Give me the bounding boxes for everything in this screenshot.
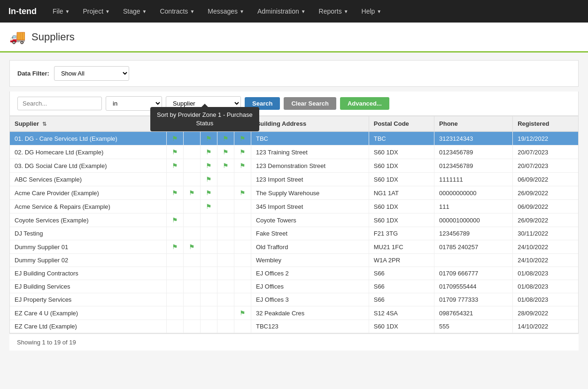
flag-icon: ⚑ [240,309,246,317]
search-input[interactable] [17,97,102,110]
cell-p3 [217,227,234,240]
cell-registered: 26/09/2022 [513,214,578,227]
nav-stage[interactable]: Stage ▼ [117,5,153,18]
table-row[interactable]: ABC Services (Example) ⚑ 123 Import Stre… [10,173,578,186]
table-row[interactable]: Dummy Supplier 01 ⚑ ⚑ Old Trafford MU21 … [10,240,578,254]
cell-postal-code: W1A 2PR [369,254,434,267]
col-p2[interactable]: P [200,116,217,131]
cell-p4 [234,280,251,293]
cell-postal-code: S60 1DX [369,320,434,333]
cell-p1 [183,227,200,240]
col-phone[interactable]: Phone [434,116,513,131]
col-building-address[interactable]: Building Address [251,116,369,131]
filter-label: Data Filter: [17,70,49,77]
table-row[interactable]: Acme Care Provider (Example) ⚑ ⚑ ⚑ ⚑ The… [10,186,578,200]
cell-p2: ⚑ [200,173,217,186]
nav-reports[interactable]: Reports ▼ [313,5,354,18]
col-registered[interactable]: Registered [513,116,578,131]
cell-postal-code: F21 3TG [369,227,434,240]
flag-icon: ⚑ [206,175,212,183]
flag-icon: ⚑ [223,162,229,169]
flag-icon: ⚑ [206,135,212,142]
nav-messages-caret: ▼ [240,9,244,14]
cell-p4: ⚑ [234,159,251,173]
col-c[interactable]: C [166,116,183,131]
col-supplier[interactable]: Supplier ⇅ [10,116,166,131]
cell-p1: ⚑ [183,240,200,254]
cell-p2: ⚑ [200,145,217,159]
cell-c: ⚑ [166,159,183,173]
table-row[interactable]: EJ Property Services EJ Offices 3 S66 01… [10,293,578,306]
cell-supplier: 03. DG Social Care Ltd (Example) [10,159,166,173]
cell-building-address: Fake Street [251,227,369,240]
cell-postal-code: S60 1DX [369,200,434,214]
table-row[interactable]: EJ Building Services EJ Offices S66 0170… [10,280,578,293]
table-row[interactable]: EZ Care Ltd (Example) TBC123 S60 1DX 555… [10,320,578,333]
nav-stage-caret: ▼ [142,9,147,14]
cell-registered: 19/12/2022 [513,131,578,145]
flag-icon: ⚑ [172,243,178,251]
nav-contracts[interactable]: Contracts ▼ [154,5,200,18]
cell-c: ⚑ [166,240,183,254]
cell-c [166,320,183,333]
table-row[interactable]: 01. DG - Care Services Ltd (Example) ⚑ ⚑… [10,131,578,145]
cell-registered: 26/09/2022 [513,186,578,200]
cell-c [166,254,183,267]
table-row[interactable]: 02. DG Homecare Ltd (Example) ⚑ ⚑ ⚑ ⚑ 12… [10,145,578,159]
cell-c: ⚑ [166,145,183,159]
cell-c [166,280,183,293]
clear-search-button[interactable]: Clear Search [284,97,336,110]
cell-supplier: EJ Building Contractors [10,267,166,280]
table-row[interactable]: DJ Testing Fake Street F21 3TG 123456789… [10,227,578,240]
cell-supplier: 02. DG Homecare Ltd (Example) [10,145,166,159]
cell-postal-code: S60 1DX [369,159,434,173]
col-p1[interactable]: P [183,116,200,131]
nav-help[interactable]: Help ▼ [356,5,387,18]
cell-phone: 01709 777333 [434,293,513,306]
cell-registered: 30/11/2022 [513,227,578,240]
content-area: Data Filter: Show All Active Inactive in… [0,53,588,358]
cell-supplier: EJ Building Services [10,280,166,293]
search-in-select[interactable]: in not in [106,96,162,111]
cell-p1 [183,200,200,214]
brand[interactable]: In-tend [5,7,40,16]
table-row[interactable]: Acme Service & Repairs (Example) ⚑ 345 I… [10,200,578,214]
nav-project-caret: ▼ [105,9,110,14]
cell-p4: ⚑ [234,186,251,200]
flag-icon: ⚑ [206,203,212,210]
cell-p3 [217,214,234,227]
search-button[interactable]: Search [245,97,280,110]
nav-administration[interactable]: Administration ▼ [252,5,311,18]
table-row[interactable]: Coyote Services (Example) ⚑ Coyote Tower… [10,214,578,227]
cell-p2 [200,320,217,333]
nav-help-caret: ▼ [377,9,381,14]
table-row[interactable]: 03. DG Social Care Ltd (Example) ⚑ ⚑ ⚑ ⚑… [10,159,578,173]
cell-p4: ⚑ [234,145,251,159]
cell-p4 [234,254,251,267]
col-postal-code[interactable]: Postal Code [369,116,434,131]
col-p4[interactable]: P [234,116,251,131]
flag-icon: ⚑ [240,189,246,197]
data-filter-select[interactable]: Show All Active Inactive [54,66,129,81]
table-row[interactable]: Dummy Supplier 02 Wembley W1A 2PR 24/10/… [10,254,578,267]
cell-phone: 0123456789 [434,145,513,159]
nav-project[interactable]: Project ▼ [77,5,115,18]
cell-p3 [217,240,234,254]
cell-p4 [234,227,251,240]
cell-p2 [200,240,217,254]
cell-p4 [234,173,251,186]
cell-c: ⚑ [166,131,183,145]
cell-p1 [183,267,200,280]
cell-registered: 01/08/2023 [513,293,578,306]
flag-icon: ⚑ [172,148,178,156]
table-row[interactable]: EZ Care 4 U (Example) ⚑ 32 Peakdale Cres… [10,306,578,320]
cell-building-address: 345 Import Street [251,200,369,214]
cell-building-address: The Supply Warehouse [251,186,369,200]
nav-file[interactable]: File ▼ [47,5,75,18]
search-field-select[interactable]: Supplier Building Address Postal Code Ph… [166,96,241,111]
cell-p2 [200,227,217,240]
nav-messages[interactable]: Messages ▼ [202,5,250,18]
col-p3[interactable]: P [217,116,234,131]
advanced-button[interactable]: Advanced... [340,97,389,110]
table-row[interactable]: EJ Building Contractors EJ Offices 2 S66… [10,267,578,280]
